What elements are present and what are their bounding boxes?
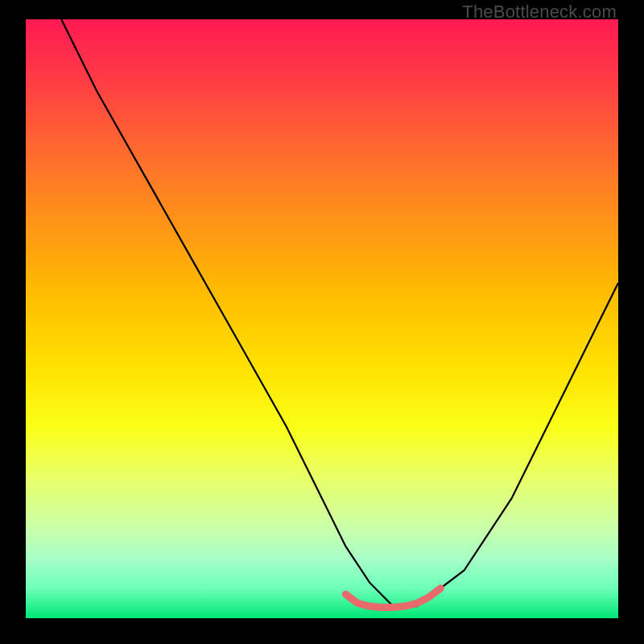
optimal-zone-line xyxy=(345,588,440,608)
chart-frame: TheBottleneck.com xyxy=(0,0,644,644)
chart-svg xyxy=(26,19,618,618)
watermark-text: TheBottleneck.com xyxy=(462,2,617,23)
bottleneck-curve-line xyxy=(61,19,618,606)
plot-area xyxy=(26,19,618,618)
